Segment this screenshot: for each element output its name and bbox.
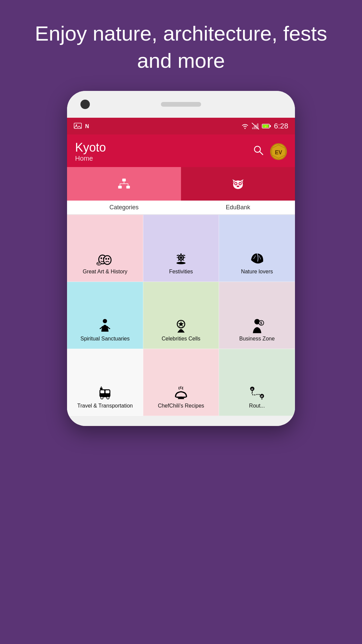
app-subtitle: Home [75,155,106,162]
tab-labels-row: Categories EduBank [67,201,295,215]
svg-point-24 [233,180,243,189]
svg-rect-18 [118,186,122,189]
routes-label: Rout... [249,402,265,410]
tab-edubank[interactable] [181,167,295,201]
svg-point-3 [245,128,246,129]
svg-point-67 [101,397,103,399]
svg-text:A: A [251,387,253,391]
svg-text:N: N [85,123,89,129]
svg-rect-50 [180,262,182,264]
celebrities-icon [172,317,190,335]
edubank-tab-icon [231,177,245,191]
svg-text:⚡: ⚡ [264,125,267,128]
nature-lovers-label: Nature lovers [241,268,273,275]
svg-point-29 [237,185,239,187]
travel-icon [96,384,114,402]
svg-text:$: $ [260,321,262,325]
tab-label-edubank[interactable]: EduBank [181,201,295,214]
category-cell-travel[interactable]: Travel & Transportation [67,349,143,416]
svg-point-42 [99,264,100,265]
svg-rect-5 [254,126,255,129]
svg-text:EV: EV [275,150,282,155]
tab-categories[interactable] [67,167,181,201]
category-cell-spiritual[interactable]: Spiritual Sanctuaries [67,282,143,349]
category-cell-routes[interactable]: A B Rout... [219,349,295,416]
category-cell-art[interactable]: Great Art & History [67,215,143,282]
svg-rect-19 [126,186,130,189]
art-history-icon [96,250,114,268]
svg-line-14 [260,152,263,155]
phone-bottom-bar [67,416,295,426]
n-status-icon: N [84,123,91,129]
svg-point-69 [107,397,109,399]
svg-point-36 [106,258,107,260]
svg-point-27 [235,183,237,184]
phone-top-bar [67,91,295,118]
svg-rect-63 [101,390,105,393]
svg-rect-64 [106,390,110,393]
app-title: Kyoto [75,141,106,155]
svg-point-53 [184,255,185,256]
ev-badge[interactable]: EV [270,143,287,160]
hero-text: Enjoy nature, architecture, fests and mo… [0,0,362,91]
svg-rect-11 [270,125,271,127]
category-cell-chef[interactable]: ChefChili's Recipes [143,349,219,416]
search-button[interactable] [253,145,264,158]
status-left-icons: N [74,123,91,129]
phone-content: N [67,118,295,416]
category-cell-nature[interactable]: Nature lovers [219,215,295,282]
svg-point-54 [103,319,107,323]
phone-camera [80,100,90,109]
svg-point-51 [180,254,182,255]
status-bar: N [67,118,295,135]
tab-label-categories[interactable]: Categories [67,201,181,214]
svg-rect-65 [100,394,110,396]
app-header-icons: EV [253,143,287,160]
svg-rect-74 [178,398,184,399]
tabs-bar [67,167,295,201]
category-grid: Great Art & History [67,215,295,416]
chef-label: ChefChili's Recipes [158,402,204,410]
category-cell-business[interactable]: $ Business Zone [219,282,295,349]
routes-icon: A B [248,384,266,402]
svg-point-37 [108,258,110,260]
travel-label: Travel & Transportation [77,402,133,410]
phone-speaker [161,102,201,107]
festivities-icon [172,250,190,268]
nature-lovers-icon [248,250,266,268]
app-title-block: Kyoto Home [75,141,106,162]
svg-rect-17 [122,179,126,181]
svg-point-28 [239,183,241,184]
status-right-icons: ⚡ 6:28 [241,122,288,130]
phone-shell: N [67,91,295,426]
app-header: Kyoto Home EV [67,135,295,167]
wifi-icon [241,123,249,129]
spiritual-icon [96,317,114,335]
category-cell-celebrities[interactable]: Celebrities Cells [143,282,219,349]
battery-icon: ⚡ [262,123,271,129]
business-icon: $ [248,317,266,335]
business-label: Business Zone [239,335,275,342]
chef-icon [172,384,190,402]
svg-point-35 [104,256,111,264]
festivities-label: Festivities [169,268,193,275]
svg-point-32 [101,258,102,259]
svg-rect-4 [252,127,253,129]
celebrities-label: Celebrities Cells [162,335,200,342]
art-history-label: Great Art & History [83,268,127,275]
image-status-icon [74,123,82,129]
svg-point-41 [99,263,100,264]
svg-rect-70 [100,388,103,390]
signal-icon [252,123,259,129]
status-time: 6:28 [274,122,288,130]
category-cell-festivities[interactable]: Festivities [143,215,219,282]
svg-point-40 [98,263,99,264]
categories-tab-icon [118,177,130,190]
spiritual-label: Spiritual Sanctuaries [80,335,130,342]
svg-point-52 [177,255,178,256]
